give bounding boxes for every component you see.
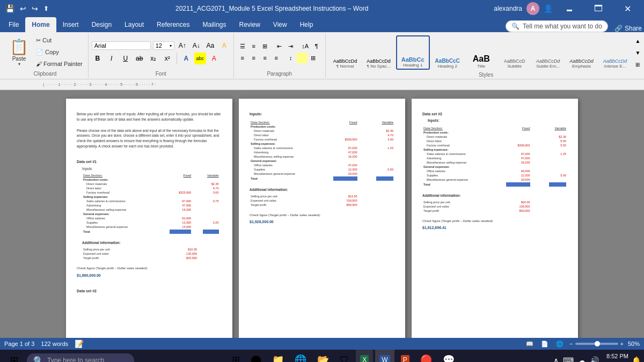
- subscript-button[interactable]: x₂: [148, 53, 159, 64]
- tab-file[interactable]: File: [2, 17, 25, 32]
- increase-indent-button[interactable]: ⇥: [286, 41, 296, 51]
- font-family-select[interactable]: Arial: [92, 41, 151, 50]
- zoom-thumb[interactable]: [595, 341, 600, 346]
- user-avatar[interactable]: A: [526, 2, 539, 15]
- bullets-button[interactable]: ☰: [237, 41, 248, 51]
- style-title[interactable]: AaB Title: [465, 35, 497, 70]
- align-left-button[interactable]: ≡: [237, 53, 248, 63]
- taskbar-app-files[interactable]: 📂: [313, 350, 333, 362]
- notification-icon[interactable]: 🔔: [631, 355, 642, 362]
- multilevel-list-button[interactable]: ⊞: [260, 41, 270, 51]
- copy-button[interactable]: 📄 Copy: [34, 47, 85, 57]
- style-heading2[interactable]: AaBbCcC Heading 2: [431, 35, 464, 70]
- tab-help[interactable]: Help: [294, 17, 320, 32]
- taskbar-app-chrome[interactable]: 🔴: [416, 350, 436, 362]
- maximize-button[interactable]: 🗖: [586, 0, 611, 17]
- style-subtitle[interactable]: AaBbCcD Subtitle: [499, 35, 531, 70]
- taskbar-app-edge[interactable]: 🌐: [290, 350, 311, 362]
- speaker-icon[interactable]: 🔊: [589, 355, 600, 362]
- undo-icon[interactable]: ↩: [19, 3, 27, 14]
- close-button[interactable]: ✕: [615, 0, 640, 17]
- sort-button[interactable]: ↕A: [300, 41, 311, 51]
- align-center-button[interactable]: ≡: [248, 53, 259, 63]
- text-highlight-button[interactable]: A: [218, 40, 230, 51]
- strikethrough-button[interactable]: ab: [134, 53, 145, 64]
- web-layout-button[interactable]: 🌐: [554, 341, 565, 348]
- numbering-button[interactable]: ≡: [248, 41, 259, 51]
- font-color-button[interactable]: A: [208, 53, 220, 64]
- decrease-indent-button[interactable]: ⇤: [274, 41, 285, 51]
- tab-home[interactable]: Home: [25, 17, 56, 32]
- tell-me-bar[interactable]: 🔍 Tell me what you want to do: [506, 20, 608, 32]
- style-no-spacing-label: ¶ No Spac...: [367, 64, 391, 69]
- taskbar-app-cortana[interactable]: ⬤: [246, 350, 266, 362]
- system-clock[interactable]: 8:52 PM 5/25/2021: [602, 352, 628, 362]
- onedrive-icon[interactable]: ☁: [577, 355, 587, 362]
- style-subtle-em[interactable]: AaBbCcDd Subtle Em...: [532, 35, 565, 70]
- underline-button[interactable]: U: [120, 53, 131, 64]
- taskbar-app-powerpoint[interactable]: P: [397, 350, 414, 362]
- keyboard-icon[interactable]: ⌨: [562, 355, 575, 362]
- style-normal[interactable]: AaBbCcDd ¶ Normal: [329, 35, 362, 70]
- taskbar-app-word[interactable]: W: [375, 350, 394, 362]
- paste-button[interactable]: 📋 Paste ▾: [5, 36, 33, 68]
- increase-font-button[interactable]: A↑: [177, 40, 188, 51]
- tab-review[interactable]: Review: [232, 17, 266, 32]
- zoom-in-button[interactable]: +: [620, 341, 624, 347]
- tell-me-input[interactable]: Tell me what you want to do: [523, 23, 602, 30]
- superscript-button[interactable]: x²: [162, 53, 173, 64]
- highlight-color-button[interactable]: abc: [194, 53, 206, 64]
- tab-mailings[interactable]: Mailings: [196, 17, 232, 32]
- chevron-up-icon[interactable]: ∧: [552, 355, 560, 362]
- decrease-font-button[interactable]: A↓: [191, 40, 202, 51]
- search-bar[interactable]: 🔍 Type here to search: [27, 353, 134, 363]
- change-case-button[interactable]: Aa: [204, 40, 216, 51]
- shading-button[interactable]: [297, 53, 308, 63]
- line-spacing-button[interactable]: ↕: [286, 53, 296, 63]
- styles-expand-button[interactable]: ⊞: [633, 59, 642, 70]
- styles-up-button[interactable]: ▲: [633, 35, 642, 46]
- start-button[interactable]: ⊞: [2, 350, 26, 362]
- print-layout-button[interactable]: 📄: [539, 341, 550, 348]
- font-size-select[interactable]: 12 ▾: [153, 41, 174, 50]
- text-effects-button[interactable]: A: [180, 53, 192, 64]
- styles-down-button[interactable]: ▼: [633, 47, 642, 58]
- italic-button[interactable]: I: [106, 53, 118, 64]
- redo-icon[interactable]: ↪: [31, 3, 39, 14]
- save-icon[interactable]: 💾: [4, 3, 16, 14]
- show-hide-button[interactable]: ¶: [311, 41, 322, 51]
- style-no-spacing[interactable]: AaBbCcDd ¶ No Spac...: [362, 35, 395, 70]
- tab-references[interactable]: References: [150, 17, 196, 32]
- cut-button[interactable]: ✂ Cut: [34, 35, 85, 46]
- format-painter-button[interactable]: 🖌 Format Painter: [34, 58, 85, 69]
- tab-view[interactable]: View: [267, 17, 294, 32]
- page2-total-var: [358, 176, 395, 181]
- tab-design[interactable]: Design: [85, 17, 118, 32]
- tab-layout[interactable]: Layout: [118, 17, 150, 32]
- share-button[interactable]: 🔗Share: [614, 25, 642, 32]
- tab-insert[interactable]: Insert: [56, 17, 85, 32]
- justify-button[interactable]: ≡: [271, 53, 282, 63]
- taskbar-app-teams[interactable]: 💬: [438, 350, 459, 362]
- taskbar-app-view[interactable]: ⊞: [228, 350, 244, 362]
- style-emphasis[interactable]: AaBbCcDd Emphasis: [565, 35, 598, 70]
- proofing-icon[interactable]: 📝: [75, 339, 84, 348]
- bold-button[interactable]: B: [92, 53, 104, 64]
- style-heading1[interactable]: AaBbCc Heading 1: [396, 35, 430, 70]
- page2-fo-row: Factory overhead $300,000 3.00: [250, 137, 394, 142]
- minimize-button[interactable]: 🗕: [557, 0, 582, 17]
- page3-ms-label: Miscellaneous selling expense: [422, 160, 495, 165]
- zoom-track[interactable]: [575, 343, 618, 345]
- advertising-var: [192, 203, 219, 208]
- taskbar-app-excel[interactable]: X: [356, 350, 373, 362]
- align-right-button[interactable]: ≡: [260, 53, 270, 63]
- style-intense-e[interactable]: AaBbCcDd Intense E...: [599, 35, 632, 70]
- borders-button[interactable]: ⊞: [308, 53, 319, 63]
- read-mode-button[interactable]: 📖: [524, 341, 535, 348]
- account-icon[interactable]: 👤: [544, 4, 553, 13]
- paste-dropdown-icon[interactable]: ▾: [18, 62, 20, 67]
- taskbar-app-defender[interactable]: 🛡: [335, 350, 354, 362]
- zoom-out-button[interactable]: −: [569, 341, 573, 347]
- upload-icon[interactable]: ⬆: [42, 4, 50, 13]
- taskbar-app-explorer[interactable]: 📁: [268, 350, 288, 362]
